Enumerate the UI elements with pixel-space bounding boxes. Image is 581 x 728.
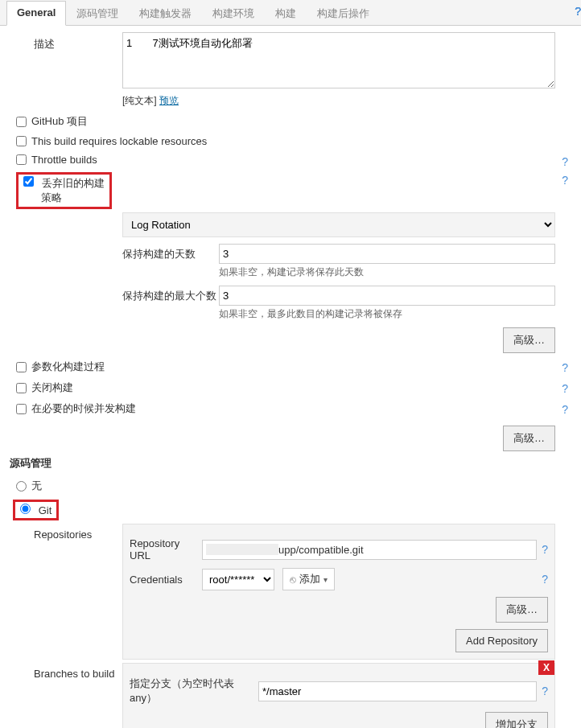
max-hint: 如果非空，最多此数目的构建记录将被保存: [122, 307, 555, 321]
branch-spec-input[interactable]: [258, 681, 537, 701]
repository-panel: Repository URL upp/compatible.git ? Cred…: [122, 524, 555, 660]
disable-build-label: 关闭构建: [31, 380, 73, 395]
concurrent-checkbox[interactable]: [16, 404, 27, 414]
credentials-select[interactable]: root/******: [202, 569, 274, 590]
repositories-label: Repositories: [10, 524, 122, 541]
concurrent-label: 在必要的时候并发构建: [31, 401, 136, 416]
scm-git-label: Git: [39, 504, 52, 516]
parameterized-checkbox[interactable]: [16, 362, 27, 372]
log-rotation-panel: Log Rotation: [122, 212, 555, 237]
days-to-keep-input[interactable]: [219, 244, 555, 264]
parameterized-label: 参数化构建过程: [31, 360, 105, 374]
help-icon[interactable]: ?: [562, 155, 568, 168]
scm-none-radio[interactable]: [16, 481, 27, 492]
branches-label: Branches to build: [10, 663, 122, 680]
delete-branch-button[interactable]: X: [538, 660, 554, 675]
add-credentials-button[interactable]: ⎋ 添加 ▾: [282, 568, 335, 590]
discard-old-label: 丢弃旧的构建: [42, 177, 105, 189]
repo-url-label: Repository URL: [130, 537, 202, 561]
max-builds-label: 保持构建的最大个数: [122, 289, 219, 303]
help-icon[interactable]: ?: [542, 685, 548, 697]
chevron-down-icon: ▾: [323, 575, 328, 584]
branch-spec-label: 指定分支（为空时代表any）: [130, 677, 258, 705]
description-label: 描述: [10, 32, 122, 51]
scm-git-highlight: Git: [13, 500, 59, 520]
add-repository-button[interactable]: Add Repository: [455, 629, 548, 652]
advanced-button[interactable]: 高级…: [503, 327, 555, 353]
plain-text-label: [纯文本]: [122, 95, 157, 106]
description-textarea[interactable]: 1 7测试环境自动化部署: [122, 32, 555, 88]
preview-link[interactable]: 预览: [159, 95, 179, 106]
github-project-label: GitHub 项目: [31, 114, 88, 129]
help-icon[interactable]: ?: [542, 573, 548, 586]
days-to-keep-label: 保持构建的天数: [122, 247, 219, 261]
days-hint: 如果非空，构建记录将保存此天数: [122, 265, 555, 279]
config-tabs: General 源码管理 构建触发器 构建环境 构建 构建后操作: [0, 0, 581, 26]
scm-section-title: 源码管理: [10, 451, 571, 475]
discard-old-builds-highlight: 丢弃旧的构建 策略: [16, 172, 112, 209]
throttle-checkbox[interactable]: [16, 154, 27, 165]
key-icon: ⎋: [290, 574, 296, 586]
lockable-label: This build requires lockable resources: [31, 135, 207, 147]
strategy-select[interactable]: Log Rotation: [123, 213, 554, 236]
branch-panel: X 指定分支（为空时代表any） ? 增加分支: [122, 663, 555, 728]
tab-build[interactable]: 构建: [265, 1, 307, 26]
tab-triggers[interactable]: 构建触发器: [129, 1, 202, 26]
tab-scm[interactable]: 源码管理: [66, 1, 129, 26]
tab-postbuild[interactable]: 构建后操作: [307, 1, 380, 26]
repo-url-input[interactable]: upp/compatible.git: [202, 540, 537, 560]
help-icon[interactable]: ?: [562, 403, 568, 416]
repo-advanced-button[interactable]: 高级…: [496, 597, 548, 623]
scm-git-radio[interactable]: [20, 504, 31, 514]
help-icon[interactable]: ?: [562, 382, 568, 395]
help-icon[interactable]: ?: [562, 361, 568, 374]
max-builds-input[interactable]: [219, 286, 555, 306]
tab-general[interactable]: General: [6, 1, 66, 26]
throttle-label: Throttle builds: [31, 154, 97, 166]
tab-env[interactable]: 构建环境: [202, 1, 265, 26]
help-icon[interactable]: ?: [542, 543, 548, 556]
help-icon[interactable]: ?: [575, 5, 581, 18]
credentials-label: Credentials: [130, 574, 202, 586]
strategy-label: 策略: [23, 191, 62, 204]
help-icon[interactable]: ?: [562, 174, 568, 187]
scm-none-label: 无: [31, 479, 42, 493]
github-project-checkbox[interactable]: [16, 117, 27, 127]
advanced-button-2[interactable]: 高级…: [503, 426, 555, 451]
lockable-checkbox[interactable]: [16, 136, 27, 146]
disable-build-checkbox[interactable]: [16, 383, 27, 393]
discard-old-checkbox[interactable]: [23, 176, 34, 187]
add-branch-button[interactable]: 增加分支: [485, 712, 548, 728]
